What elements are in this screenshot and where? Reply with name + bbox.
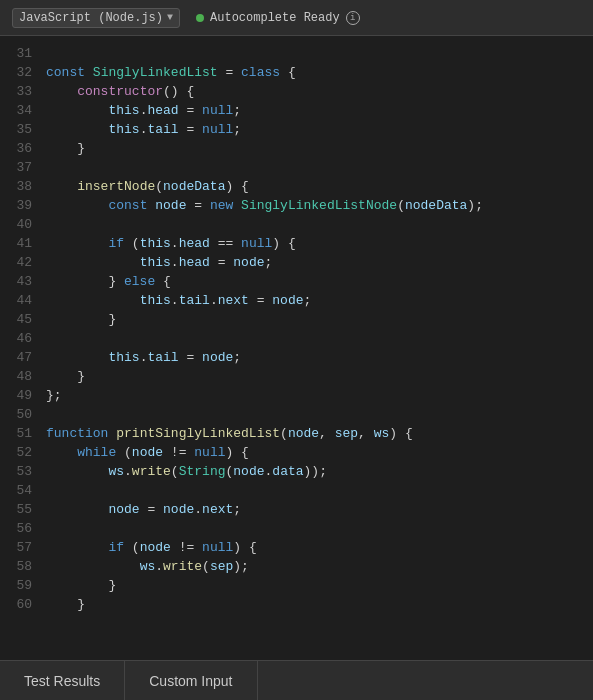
code-line: ws.write(sep);: [46, 557, 593, 576]
status-dot-icon: [196, 14, 204, 22]
code-line: this.head = null;: [46, 101, 593, 120]
language-label: JavaScript (Node.js): [19, 11, 163, 25]
code-line: [46, 519, 593, 538]
top-bar: JavaScript (Node.js) ▼ Autocomplete Read…: [0, 0, 593, 36]
code-line: ws.write(String(node.data));: [46, 462, 593, 481]
code-line: [46, 329, 593, 348]
code-line: }: [46, 576, 593, 595]
code-line: insertNode(nodeData) {: [46, 177, 593, 196]
code-line: } else {: [46, 272, 593, 291]
code-line: constructor() {: [46, 82, 593, 101]
code-line: const node = new SinglyLinkedListNode(no…: [46, 196, 593, 215]
code-line: [46, 405, 593, 424]
code-line: [46, 481, 593, 500]
code-line: }: [46, 139, 593, 158]
code-line: const SinglyLinkedList = class {: [46, 63, 593, 82]
code-line: node = node.next;: [46, 500, 593, 519]
code-line: [46, 158, 593, 177]
tab-test-results[interactable]: Test Results: [0, 661, 125, 700]
info-icon[interactable]: i: [346, 11, 360, 25]
code-line: if (this.head == null) {: [46, 234, 593, 253]
code-line: this.tail.next = node;: [46, 291, 593, 310]
line-numbers: 3132333435363738394041424344454647484950…: [0, 36, 42, 660]
bottom-bar: Test Results Custom Input: [0, 660, 593, 700]
language-selector[interactable]: JavaScript (Node.js) ▼: [12, 8, 180, 28]
code-line: [46, 44, 593, 63]
tab-custom-input[interactable]: Custom Input: [125, 661, 257, 700]
code-line: this.head = node;: [46, 253, 593, 272]
autocomplete-label: Autocomplete Ready: [210, 11, 340, 25]
code-line: }: [46, 595, 593, 614]
code-line: }: [46, 310, 593, 329]
code-line: this.tail = node;: [46, 348, 593, 367]
code-line: };: [46, 386, 593, 405]
code-line: this.tail = null;: [46, 120, 593, 139]
code-content[interactable]: const SinglyLinkedList = class { constru…: [42, 36, 593, 660]
code-line: }: [46, 367, 593, 386]
code-line: if (node != null) {: [46, 538, 593, 557]
code-line: [46, 215, 593, 234]
code-line: function printSinglyLinkedList(node, sep…: [46, 424, 593, 443]
autocomplete-status: Autocomplete Ready i: [196, 11, 360, 25]
chevron-down-icon: ▼: [167, 12, 173, 23]
editor-area: 3132333435363738394041424344454647484950…: [0, 36, 593, 660]
code-line: while (node != null) {: [46, 443, 593, 462]
